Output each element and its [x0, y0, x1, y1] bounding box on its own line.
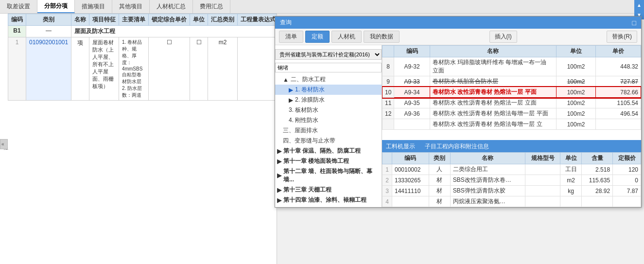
tab-qushe[interactable]: 取差设置	[0, 0, 37, 13]
upper-table-container: 编码 名称 单位 单价 8 A9-32 卷材防水 玛蹄脂玻璃纤维布	[382, 45, 641, 140]
brow1-num: 1	[383, 164, 392, 175]
tab-rencaiji[interactable]: 人材机	[331, 31, 362, 43]
scroll-up-arrow[interactable]: ▲	[634, 0, 644, 10]
dialog-title-text: 查询	[280, 18, 292, 27]
col-price: 单价	[596, 46, 641, 57]
brow1-name: 二类综合用工	[450, 164, 525, 175]
tree-item-fangshui[interactable]: ▲ 二、防水工程	[275, 74, 382, 85]
brow3-price: 7.87	[613, 186, 641, 196]
row12-code: A9-36	[394, 108, 430, 119]
bottom-row: 2 13330265 材 SBS改性沥青防水卷… m2 115.635 0	[383, 175, 641, 186]
tree-item-label5: 4. 刚性防水	[289, 116, 318, 124]
brow3-code: 14411110	[392, 186, 429, 196]
rowx-code	[394, 119, 430, 130]
tree-item-ch13[interactable]: ▶ 第十三章 天棚工程	[275, 185, 382, 195]
tree-arrow-ch11: ▶	[277, 158, 281, 165]
brow2-amount: 115.635	[581, 175, 612, 186]
table-row[interactable]: 12 A9-36 卷材防水 改性沥青卷材 热熔法每增一层 平面 100m2 49…	[383, 108, 641, 119]
brow2-name: SBS改性沥青防水卷…	[450, 175, 525, 186]
brow1-price: 120	[613, 164, 641, 175]
tree-item-wumianpaishui[interactable]: 三、屋面排水	[275, 125, 382, 136]
tree-item-label8: 第十章 保温、隔热、防腐工程	[283, 147, 361, 155]
rowx-name: 卷材防水 改性沥青卷材 热熔法每增一层 立	[430, 119, 556, 130]
row1-checkbox1[interactable]: ☐	[149, 37, 190, 101]
tree-item-label6: 三、屋面排水	[283, 126, 318, 135]
tree-item-juancaifangshui[interactable]: ▶ 1. 卷材防水	[275, 85, 382, 95]
row9-code: A9-33	[394, 76, 430, 87]
insert-button[interactable]: 插入(I)	[489, 31, 517, 43]
collapse-button[interactable]: «	[0, 139, 8, 149]
tree-item-ch11[interactable]: ▶ 第十一章 楼地面装饰工程	[275, 156, 382, 166]
table-row[interactable]: 9 A9-33 卷材防水 纸胎富合防水层 100m2 727.87	[383, 76, 641, 87]
row10-unit: 100m2	[556, 87, 595, 98]
brow4-spec	[525, 196, 560, 207]
brow3-num: 3	[383, 186, 392, 196]
tree-item-bianxingfeng[interactable]: 四、变形缝与止水带	[275, 136, 382, 146]
tree-item-tumofangshui[interactable]: ▶ 2. 涂膜防水	[275, 95, 382, 105]
brow1-code: 00010002	[392, 164, 429, 175]
row8-num: 8	[383, 57, 394, 76]
tree-arrow-ch13: ▶	[277, 187, 281, 194]
table-row[interactable]: 11 A9-35 卷材防水 改性沥青卷材 热熔法一层 立面 100m2 1105…	[383, 98, 641, 108]
brow3-unit: kg	[560, 186, 582, 196]
tree-item-label: 二、防水工程	[291, 75, 326, 84]
row12-price: 496.54	[596, 108, 641, 119]
tree-item-gangxingfangshui[interactable]: 4. 刚性防水	[275, 115, 382, 125]
tab-dinge[interactable]: 定额	[305, 31, 330, 43]
bottom-subheader[interactable]: 子目工程内容和附注信息	[419, 141, 495, 152]
tab-rencaijihui[interactable]: 人材机汇总	[150, 0, 193, 13]
tree-item-bancaifangshui[interactable]: 3. 板材防水	[275, 105, 382, 115]
table-row[interactable]: 8 A9-32 卷材防水 玛蹄脂玻璃纤维布 每增减一布一油 立面 100m2 4…	[383, 57, 641, 76]
main-area: « 编码 类别 名称 项目特征 主要清单 锁定综合单价 单位 汇总类别 工程量表…	[0, 14, 644, 264]
b1-collapse[interactable]: —	[26, 26, 71, 37]
tab-fenbufenjian[interactable]: 分部分项	[37, 0, 75, 13]
btcol-price: 定额价	[613, 153, 641, 164]
dialog-content: 贵州省建筑与装饰工程计价定额(2016) ▲ 二、防水工程 ▶ 1. 卷材防水 …	[275, 45, 641, 207]
table-row[interactable]: 卷材防水 改性沥青卷材 热熔法每增一层 立 100m2	[383, 119, 641, 130]
dialog-toolbar: 清单 定额 人材机 我的数据 插入(I) 替换(R)	[275, 29, 641, 45]
bottom-header-label: 工料机显示	[382, 141, 419, 152]
tree-item-ch10[interactable]: ▶ 第十章 保温、隔热、防腐工程	[275, 146, 382, 156]
row8-code: A9-32	[394, 57, 430, 76]
btcol-type: 类别	[429, 153, 450, 164]
b1-name: 屋面及防水工程	[71, 26, 277, 37]
brow4-code	[392, 196, 429, 207]
row12-num: 12	[383, 108, 394, 119]
tab-qtaxiangmu[interactable]: 其他项目	[112, 0, 150, 13]
table-row-selected[interactable]: 10 A9-34 卷材防水 改性沥青卷材 热熔法一层 平面 100m2 782.…	[383, 87, 641, 98]
row11-num: 11	[383, 98, 394, 108]
row8-unit: 100m2	[556, 57, 595, 76]
brow2-spec	[525, 175, 560, 186]
replace-button[interactable]: 替换(R)	[607, 31, 637, 43]
tab-qingdan[interactable]: 清单	[279, 31, 303, 43]
row8-name: 卷材防水 玛蹄脂玻璃纤维布 每增减一布一油 立面	[430, 57, 556, 76]
brow4-price	[613, 196, 641, 207]
tree-arrow-ch10: ▶	[277, 148, 281, 155]
province-dropdown[interactable]: 贵州省建筑与装饰工程计价定额(2016)	[275, 49, 382, 60]
row8-price: 448.32	[596, 57, 641, 76]
row1-code: 010902001001	[26, 37, 71, 101]
table-row: 1 010902001001 项 屋面卷材防水（上人平屋、所有不上人平屋面、雨栅…	[8, 37, 278, 101]
bottom-table: 编码 类别 名称 规格型号 单位 含量 定额价 1	[382, 152, 641, 207]
tab-shishixiangmu[interactable]: 措施项目	[75, 0, 112, 13]
left-panel: « 编码 类别 名称 项目特征 主要清单 锁定综合单价 单位 汇总类别 工程量表…	[0, 14, 277, 264]
table-row: B1 — 屋面及防水工程	[8, 26, 278, 37]
query-dialog: 查询 □ 清单 定额 人材机 我的数据 插入(I) 替换(R) 贵州省建筑与装饰…	[275, 16, 642, 208]
tree-item-label10: 第十二章 墙、柱面装饰与隔断、幕墙...	[283, 167, 379, 184]
col-danwei: 单位	[190, 14, 208, 26]
search-input[interactable]	[275, 63, 382, 72]
tree-item-ch14[interactable]: ▶ 第十四章 油漆、涂料、裱糊工程	[275, 195, 382, 205]
row1-checkbox2[interactable]: ☐	[190, 37, 208, 101]
tree-item-label2: 1. 卷材防水	[295, 86, 325, 94]
col-bianma: 编码	[8, 14, 26, 26]
col-zhuyaoqingdan: 主要清单	[119, 14, 149, 26]
row11-name: 卷材防水 改性沥青卷材 热熔法一层 立面	[430, 98, 556, 108]
dialog-close-button[interactable]: □	[632, 19, 636, 27]
tree-item-ch12[interactable]: ▶ 第十二章 墙、柱面装饰与隔断、幕墙...	[275, 166, 382, 185]
row9-name: 卷材防水 纸胎富合防水层	[430, 76, 556, 87]
tab-wode[interactable]: 我的数据	[364, 31, 400, 43]
tab-feyonghui[interactable]: 费用汇总	[193, 0, 230, 13]
brow4-name: 丙烷液压索聚洛氨…	[450, 196, 525, 207]
row1-feature: 1. 卷材品种、规格、厚度：4mmSBS自粘型卷材防水层 2. 防水层数：两道	[119, 37, 149, 101]
brow2-unit: m2	[560, 175, 582, 186]
